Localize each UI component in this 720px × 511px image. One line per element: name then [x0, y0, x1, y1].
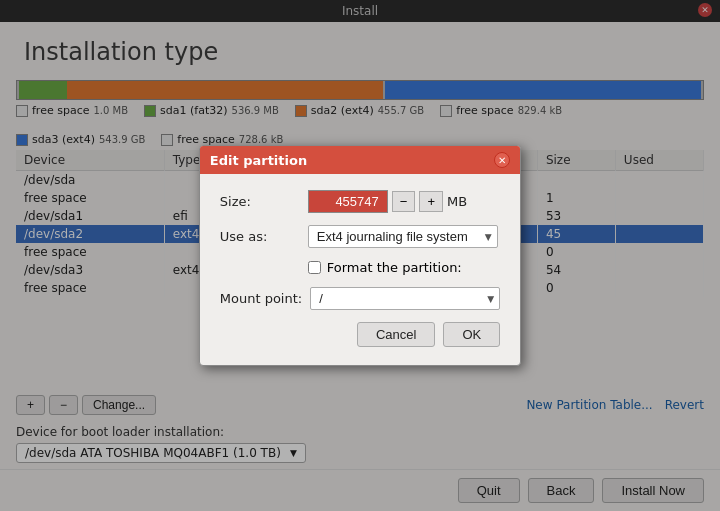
size-input[interactable]: [308, 190, 388, 213]
mount-point-row: Mount point: //boot/home/tmp/usr/var: [220, 287, 500, 310]
size-minus-button[interactable]: −: [392, 191, 416, 212]
use-as-row: Use as: Ext4 journaling file systemExt3 …: [220, 225, 500, 248]
size-row: Size: − + MB: [220, 190, 500, 213]
size-input-group: − + MB: [308, 190, 467, 213]
size-plus-button[interactable]: +: [419, 191, 443, 212]
modal-overlay: Edit partition ✕ Size: − + MB Use as: Ex…: [0, 0, 720, 511]
mount-point-select[interactable]: //boot/home/tmp/usr/var: [310, 287, 500, 310]
modal-body: Size: − + MB Use as: Ext4 journaling fil…: [200, 174, 520, 365]
modal-title: Edit partition: [210, 153, 307, 168]
edit-partition-modal: Edit partition ✕ Size: − + MB Use as: Ex…: [199, 145, 521, 366]
format-label: Format the partition:: [327, 260, 462, 275]
mount-point-select-wrapper: //boot/home/tmp/usr/var: [310, 287, 500, 310]
use-as-select[interactable]: Ext4 journaling file systemExt3 journali…: [308, 225, 498, 248]
format-checkbox-row: Format the partition:: [308, 260, 500, 275]
mount-point-label: Mount point:: [220, 291, 302, 306]
size-unit: MB: [447, 194, 467, 209]
modal-close-button[interactable]: ✕: [494, 152, 510, 168]
cancel-button[interactable]: Cancel: [357, 322, 435, 347]
modal-footer: Cancel OK: [220, 322, 500, 351]
format-checkbox[interactable]: [308, 261, 321, 274]
use-as-select-wrapper: Ext4 journaling file systemExt3 journali…: [308, 225, 498, 248]
ok-button[interactable]: OK: [443, 322, 500, 347]
use-as-label: Use as:: [220, 229, 300, 244]
modal-titlebar: Edit partition ✕: [200, 146, 520, 174]
size-label: Size:: [220, 194, 300, 209]
